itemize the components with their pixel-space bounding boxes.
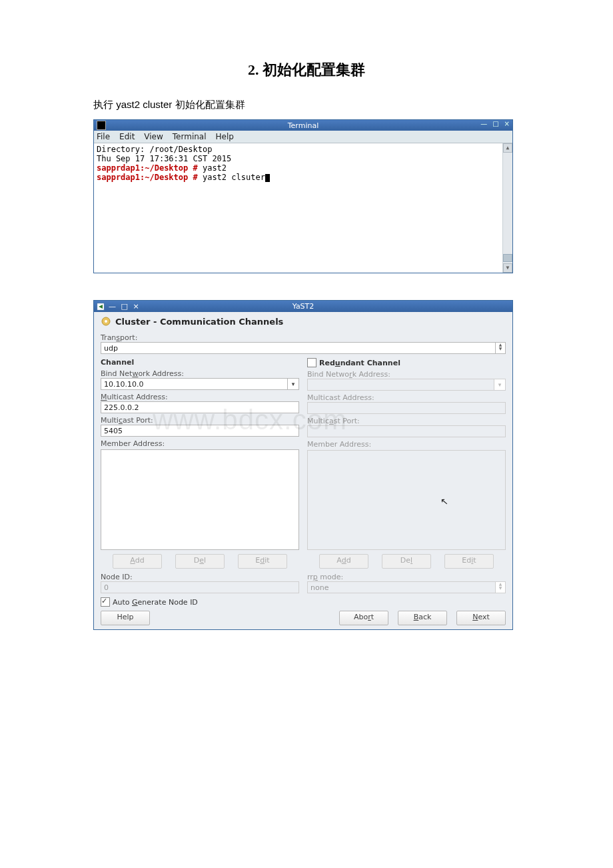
minimize-icon[interactable]: — — [107, 302, 117, 311]
terminal-icon — [97, 121, 106, 130]
redundant-buttons: Add Del Edit — [307, 554, 506, 569]
window-buttons: — □ × — [479, 120, 511, 127]
chevron-down-icon: ▾ — [494, 379, 506, 391]
menu-edit[interactable]: Edit — [119, 132, 135, 141]
rrp-label: rrp mode: — [307, 573, 506, 581]
chevron-down-icon[interactable]: ▾ — [288, 378, 299, 390]
yast-titlebar: YaST2 — □ × — [94, 301, 512, 312]
redundant-checkbox[interactable]: Redundant Channel — [307, 358, 506, 367]
maximize-icon[interactable]: □ — [120, 302, 129, 311]
terminal-line: sapprdap1:~/Desktop # yast2 clsuter — [97, 173, 510, 182]
menu-terminal[interactable]: Terminal — [173, 132, 207, 141]
command: yast2 — [198, 163, 227, 173]
prompt: sapprdap1:~/Desktop # — [97, 173, 198, 182]
yast-icon — [97, 303, 105, 311]
r-bind-combo: ▾ — [307, 379, 506, 391]
help-button[interactable]: Help — [101, 611, 150, 625]
transport-combo[interactable]: udp ▲▼ — [101, 342, 506, 354]
intro-text: 执行 yast2 cluster 初始化配置集群 — [93, 99, 520, 111]
rrp-value: none — [307, 581, 496, 593]
spinner-icon: ▲▼ — [496, 581, 506, 593]
back-button[interactable]: Back — [398, 611, 447, 625]
terminal-line: Directory: /root/Desktop — [97, 145, 510, 154]
menu-file[interactable]: File — [97, 132, 110, 141]
bind-value[interactable]: 10.10.10.0 — [101, 378, 288, 390]
cursor-icon: ↖ — [440, 496, 449, 507]
spinner-icon[interactable]: ▲▼ — [496, 342, 506, 354]
menu-help[interactable]: Help — [216, 132, 234, 141]
r-mcast-addr-value — [307, 402, 506, 414]
close-icon[interactable]: × — [131, 302, 140, 311]
scroll-up-icon[interactable]: ▲ — [503, 143, 512, 153]
redundant-column: Redundant Channel Bind Network Address: … — [307, 354, 506, 593]
r-bind-value — [307, 379, 494, 391]
terminal-menubar: File Edit View Terminal Help — [94, 131, 512, 143]
terminal-line: Thu Sep 17 17:36:31 CST 2015 — [97, 154, 510, 163]
terminal-titlebar: Terminal — □ × — [94, 120, 512, 131]
scroll-down-icon[interactable]: ▼ — [503, 263, 512, 273]
command: yast2 clsuter — [198, 173, 265, 182]
r-bind-label: Bind Network Address: — [307, 370, 506, 379]
auto-generate-label: Auto Generate Node ID — [113, 598, 198, 607]
scrollbar-track[interactable] — [503, 153, 512, 263]
scrollbar-thumb[interactable] — [503, 254, 512, 262]
r-del-button: Del — [382, 554, 431, 569]
yast-header: Cluster - Communication Channels — [101, 316, 506, 327]
yast-title: YaST2 — [94, 302, 512, 311]
channel-buttons: Add Del Edit — [101, 554, 299, 569]
r-member-list: ↖ — [307, 450, 506, 550]
gear-icon — [101, 316, 111, 327]
member-list[interactable] — [101, 449, 299, 550]
maximize-icon[interactable]: □ — [491, 120, 500, 127]
r-edit-button: Edit — [444, 554, 494, 569]
minimize-icon[interactable]: — — [479, 120, 488, 127]
add-button: Add — [113, 554, 162, 569]
mcast-port-label: Multicast Port: — [101, 416, 299, 425]
next-button[interactable]: Next — [456, 611, 506, 625]
nodeid-value: 0 — [101, 581, 299, 593]
r-mcast-port-label: Multicast Port: — [307, 417, 506, 425]
bind-label: Bind Network Address: — [101, 369, 299, 378]
r-mcast-port-value — [307, 425, 506, 437]
window-buttons: — □ × — [107, 302, 141, 311]
section-heading: 2. 初始化配置集群 — [93, 60, 520, 80]
heading-number: 2. — [248, 61, 259, 78]
terminal-title: Terminal — [94, 121, 512, 130]
member-label: Member Address: — [101, 439, 299, 448]
auto-generate-checkbox[interactable]: Auto Generate Node ID — [101, 597, 506, 607]
r-add-button: Add — [319, 554, 368, 569]
transport-label: Transport: — [101, 333, 506, 342]
yast-header-text: Cluster - Communication Channels — [115, 317, 283, 327]
bottom-row: Help Abort Back Next — [101, 611, 506, 625]
close-icon[interactable]: × — [503, 120, 511, 127]
terminal-scrollbar[interactable]: ▲ ▼ — [502, 143, 512, 273]
mcast-port-value[interactable]: 5405 — [101, 425, 299, 437]
cursor-block-icon — [265, 174, 270, 182]
edit-button: Edit — [238, 554, 287, 569]
bind-combo[interactable]: 10.10.10.0 ▾ — [101, 378, 299, 390]
heading-text: 初始化配置集群 — [263, 61, 365, 78]
terminal-body[interactable]: Directory: /root/Desktop Thu Sep 17 17:3… — [94, 143, 512, 273]
channel-column: Channel Bind Network Address: 10.10.10.0… — [101, 354, 299, 593]
terminal-line: sapprdap1:~/Desktop # yast2 — [97, 163, 510, 173]
abort-button[interactable]: Abort — [339, 611, 388, 625]
mcast-addr-label: Multicast Address: — [101, 393, 299, 401]
channel-title: Channel — [101, 358, 299, 367]
svg-point-2 — [105, 320, 107, 323]
transport-value[interactable]: udp — [101, 342, 496, 354]
rrp-combo: none ▲▼ — [307, 581, 506, 593]
checkbox-icon[interactable] — [101, 597, 110, 607]
prompt: sapprdap1:~/Desktop # — [97, 163, 198, 173]
redundant-title: Redundant Channel — [319, 359, 400, 367]
r-member-label: Member Address: — [307, 440, 506, 449]
checkbox-icon[interactable] — [307, 358, 316, 367]
r-mcast-addr-label: Multicast Address: — [307, 393, 506, 402]
nodeid-label: Node ID: — [101, 573, 299, 581]
menu-view[interactable]: View — [144, 132, 163, 141]
terminal-window: Terminal — □ × File Edit View Terminal H… — [93, 119, 513, 273]
yast-window: YaST2 — □ × www.bdcx.com Cluster - Commu… — [93, 300, 513, 630]
yast-content: www.bdcx.com Cluster - Communication Cha… — [94, 312, 512, 629]
del-button: Del — [175, 554, 225, 569]
mcast-addr-value[interactable]: 225.0.0.2 — [101, 401, 299, 413]
